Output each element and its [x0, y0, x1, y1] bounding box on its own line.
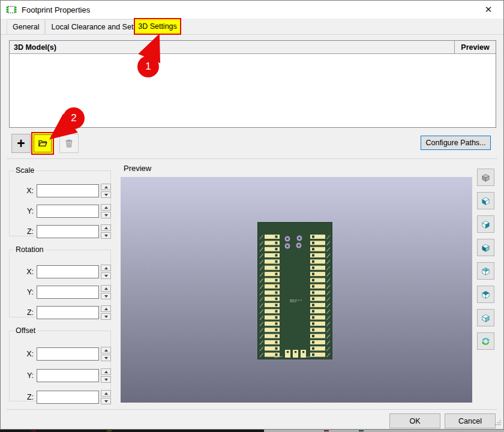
- spin-down-button[interactable]: [101, 232, 111, 239]
- configure-paths-button[interactable]: Configure Paths...: [421, 136, 491, 150]
- rotation-z-label: Z:: [12, 308, 34, 317]
- delete-model-button[interactable]: [59, 134, 79, 153]
- spin-down-button[interactable]: [101, 191, 111, 198]
- spin-up-button[interactable]: [101, 285, 111, 292]
- rotation-z-input[interactable]: [37, 306, 99, 319]
- add-model-button[interactable]: +: [11, 134, 31, 153]
- spin-up-button[interactable]: [101, 390, 111, 397]
- desktop-speck: [107, 430, 112, 431]
- folder-icon: [38, 138, 47, 149]
- view-back-cube-icon: [481, 264, 490, 278]
- refresh-arrows-icon: [481, 334, 490, 349]
- down-arrow-icon: [104, 235, 108, 237]
- up-arrow-icon: [104, 267, 108, 269]
- down-arrow-icon: [104, 295, 108, 298]
- title-bar[interactable]: Footprint Properties ✕: [1, 1, 503, 19]
- view-front-button[interactable]: [477, 239, 494, 256]
- ok-button[interactable]: OK: [389, 413, 440, 428]
- spin-down-button[interactable]: [101, 313, 111, 320]
- pcb-ref-text: REF**: [290, 299, 302, 304]
- desktop-strip: [0, 430, 504, 432]
- scale-x-input[interactable]: [37, 184, 99, 197]
- footer-separator: [7, 409, 497, 410]
- spin-down-button[interactable]: [101, 212, 111, 218]
- preview-section-label: Preview: [124, 164, 151, 173]
- model-list-header: 3D Model(s) Preview: [10, 41, 496, 54]
- spin-down-button[interactable]: [101, 293, 111, 299]
- section-separator: [7, 158, 497, 159]
- 3d-preview-viewport[interactable]: REF**: [121, 177, 472, 403]
- rotation-x-spinner: [101, 265, 111, 279]
- view-left-cube-icon: [481, 194, 490, 208]
- spin-up-button[interactable]: [101, 224, 111, 231]
- refresh-view-button[interactable]: [477, 332, 494, 350]
- spin-down-button[interactable]: [101, 355, 111, 361]
- spin-up-button[interactable]: [101, 368, 111, 375]
- isometric-cube-icon: [481, 170, 490, 185]
- offset-z-spinner: [101, 390, 111, 404]
- column-header-models: 3D Model(s): [10, 43, 454, 52]
- view-back-button[interactable]: [477, 262, 494, 280]
- scale-z-spinner: [101, 224, 111, 239]
- desktop-speck: [31, 430, 36, 431]
- view-left-button[interactable]: [477, 192, 494, 209]
- resize-grip[interactable]: [494, 419, 502, 426]
- spin-down-button[interactable]: [101, 272, 111, 279]
- spin-up-button[interactable]: [101, 204, 111, 211]
- offset-y-input[interactable]: [37, 369, 99, 382]
- view-top-cube-icon: [481, 287, 490, 302]
- spin-up-button[interactable]: [101, 347, 111, 353]
- scale-x-label: X:: [12, 187, 34, 195]
- cancel-button[interactable]: Cancel: [445, 413, 496, 428]
- offset-y-label: Y:: [12, 371, 34, 380]
- offset-x-input[interactable]: [37, 347, 99, 361]
- up-arrow-icon: [104, 371, 108, 373]
- spin-down-button[interactable]: [101, 398, 111, 404]
- down-arrow-icon: [104, 194, 108, 196]
- folder-button-highlight: [31, 132, 54, 155]
- close-button[interactable]: ✕: [482, 4, 495, 16]
- column-header-preview: Preview: [454, 41, 496, 53]
- offset-x-label: X:: [12, 350, 34, 358]
- spin-up-button[interactable]: [101, 265, 111, 271]
- spin-up-button[interactable]: [101, 184, 111, 190]
- scale-z-input[interactable]: [37, 225, 99, 238]
- view-isometric-button[interactable]: [477, 169, 494, 186]
- scale-group-title: Scale: [14, 166, 36, 175]
- rotation-z-spinner: [101, 305, 111, 320]
- browse-model-button[interactable]: [34, 134, 52, 152]
- down-arrow-icon: [104, 214, 108, 217]
- view-top-button[interactable]: [477, 286, 494, 303]
- scale-y-input[interactable]: [37, 205, 99, 218]
- offset-z-label: Z:: [12, 393, 34, 401]
- annotation-step-2: 2: [63, 107, 85, 129]
- tab-general[interactable]: General: [7, 19, 45, 34]
- view-front-cube-icon: [481, 241, 490, 255]
- tab-general-label: General: [13, 23, 39, 31]
- down-arrow-icon: [104, 316, 108, 318]
- rotation-group: Rotation X: Y: Z:: [9, 245, 111, 317]
- annotation-step-1: 1: [137, 56, 159, 77]
- rotation-x-input[interactable]: [37, 265, 99, 278]
- up-arrow-icon: [104, 349, 108, 352]
- view-right-button[interactable]: [477, 215, 494, 233]
- view-bottom-button[interactable]: [477, 309, 494, 326]
- desktop-strip-dark: [0, 430, 264, 432]
- up-arrow-icon: [104, 287, 108, 290]
- tab-bar: General Local Clearance and Settings: [1, 19, 503, 35]
- tab-3d-settings-label: 3D Settings: [138, 22, 177, 31]
- spin-up-button[interactable]: [101, 305, 111, 312]
- rotation-y-input[interactable]: [37, 286, 99, 299]
- down-arrow-icon: [104, 357, 108, 359]
- spin-down-button[interactable]: [101, 376, 111, 383]
- up-arrow-icon: [104, 308, 108, 310]
- offset-z-input[interactable]: [37, 391, 99, 404]
- scale-z-label: Z:: [12, 227, 34, 236]
- scale-x-spinner: [101, 184, 111, 198]
- offset-x-spinner: [101, 347, 111, 361]
- scale-y-spinner: [101, 204, 111, 218]
- up-arrow-icon: [104, 392, 108, 395]
- tab-3d-settings[interactable]: 3D Settings: [134, 18, 181, 35]
- rotation-group-title: Rotation: [14, 245, 46, 254]
- scale-group: Scale X: Y: Z:: [9, 166, 111, 236]
